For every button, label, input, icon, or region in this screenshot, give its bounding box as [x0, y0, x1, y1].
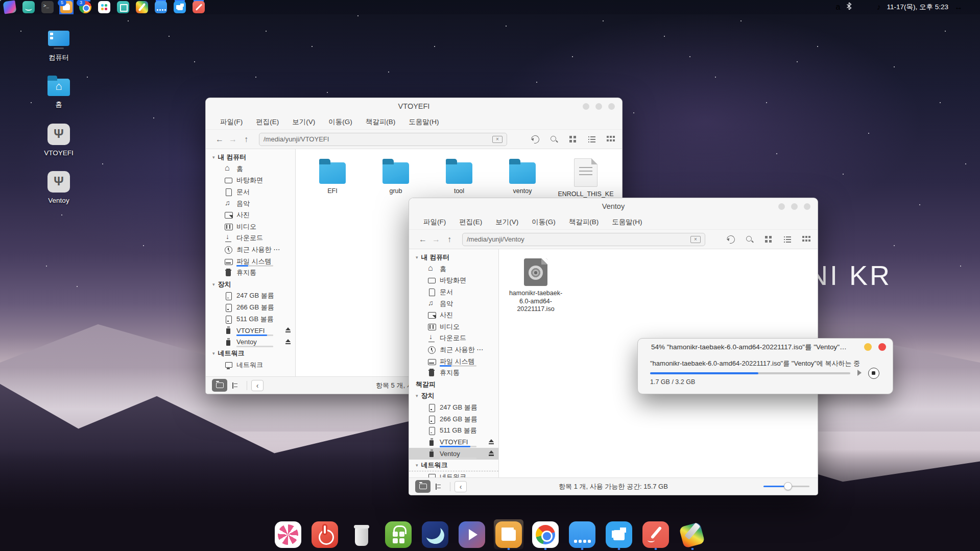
stop-copy-button[interactable] [868, 368, 879, 379]
menu-help[interactable]: 도움말(H) [612, 218, 642, 227]
file-folder-grub[interactable]: grub [364, 158, 427, 196]
sidebar-item-downloads[interactable]: ▾ 다운로드 [206, 232, 295, 244]
taskbar-pen-app[interactable] [192, 0, 206, 14]
taskbar-puzzle-app[interactable] [173, 0, 187, 14]
sidebar-item-volume-247[interactable]: ▾ 247 GB 볼륨 [206, 290, 295, 302]
file-folder-efi[interactable]: EFI [301, 158, 364, 196]
taskbar-crop-tool[interactable] [116, 0, 130, 14]
eject-icon[interactable] [285, 339, 291, 345]
location-bar[interactable]: /media/yunji/VTOYEFI × [259, 133, 507, 146]
taskbar-terminal[interactable] [40, 0, 55, 14]
view-list-icon[interactable] [783, 235, 792, 244]
refresh-icon[interactable] [725, 234, 736, 245]
back-icon[interactable]: ← [416, 235, 429, 244]
treeview-toggle-button[interactable] [227, 379, 243, 392]
menu-help[interactable]: 도움말(H) [409, 117, 439, 127]
sidebar-section-bookmarks[interactable]: ▾ 책갈피 [409, 379, 498, 391]
window-button-icon[interactable] [804, 203, 810, 210]
sidebar-item-vtoyefi[interactable]: ▾ VTOYEFI [409, 437, 498, 448]
sidebar-item-documents[interactable]: ▾ 문서 [206, 186, 295, 198]
dock-media-player[interactable] [457, 519, 487, 549]
sidebar-item-volume-247[interactable]: ▾ 247 GB 볼륨 [409, 402, 498, 414]
up-icon[interactable]: ↑ [443, 235, 456, 244]
sidebar-item-volume-511[interactable]: ▾ 511 GB 볼륨 [409, 425, 498, 437]
zoom-slider-knob[interactable] [784, 482, 792, 490]
minimize-icon[interactable] [864, 343, 872, 351]
sidebar-item-downloads[interactable]: ▾ 다운로드 [409, 332, 498, 344]
tray-music-icon[interactable]: ♪ [876, 3, 880, 12]
dock-pinwheel-app[interactable] [273, 519, 303, 549]
sidebar-item-recent[interactable]: ▾ 최근 사용한 ⋯ [206, 244, 295, 256]
menu-bookmarks[interactable]: 책갈피(B) [569, 218, 599, 227]
dialog-titlebar[interactable]: 54% "hamonikr-taebaek-6.0-amd64-20221117… [638, 339, 893, 355]
window-button-icon[interactable] [595, 103, 602, 110]
sidebar-item-music[interactable]: ▾ 음악 [206, 198, 295, 209]
window-button-icon[interactable] [608, 103, 615, 110]
menu-edit[interactable]: 편집(E) [459, 218, 482, 227]
sidebar-section-my-computer[interactable]: ▾ 내 컴퓨터 [409, 252, 498, 263]
sidebar-item-vtoyefi[interactable]: ▾ VTOYEFI [206, 325, 295, 337]
hide-sidebar-button[interactable]: ‹ [251, 380, 264, 391]
sidebar-section-devices[interactable]: ▾ 장치 [206, 279, 295, 291]
clock[interactable]: 11-17(목), 오후 5:23 [887, 3, 948, 12]
menu-view[interactable]: 보기(V) [495, 218, 518, 227]
dock-power-button[interactable] [310, 519, 340, 549]
collapse-arrow-icon[interactable]: ▾ [416, 393, 418, 398]
sidebar-item-videos[interactable]: ▾ 비디오 [409, 321, 498, 333]
sidebar-item-network[interactable]: ▾ 네트워크 [206, 360, 295, 371]
search-icon[interactable] [746, 235, 754, 244]
view-compact-icon[interactable] [607, 135, 615, 143]
clear-text-icon[interactable]: × [492, 136, 503, 143]
up-icon[interactable]: ↑ [240, 135, 253, 144]
menu-view[interactable]: 보기(V) [292, 117, 315, 127]
sidebar-item-trash[interactable]: ▾ 휴지통 [206, 267, 295, 279]
sidebar-item-home[interactable]: ▾ 홈 [206, 163, 295, 175]
sidebar-item-documents[interactable]: ▾ 문서 [409, 286, 498, 298]
titlebar[interactable]: Ventoy [409, 198, 818, 214]
dock-whale-browser[interactable] [420, 519, 450, 549]
desktop-icon-home[interactable]: 홈 [42, 77, 76, 109]
tray-net-arrows-icon[interactable]: ↔ [954, 3, 963, 12]
titlebar[interactable]: VTOYEFI [206, 98, 622, 114]
eject-icon[interactable] [285, 327, 291, 333]
sidebar-item-filesystem[interactable]: ▾ 파일 시스템 [206, 255, 295, 267]
menu-go[interactable]: 이동(G) [328, 117, 352, 127]
view-grid-icon[interactable] [764, 235, 773, 244]
taskbar-teal-app[interactable] [21, 0, 36, 14]
back-icon[interactable]: ← [213, 135, 226, 144]
menu-edit[interactable]: 편집(E) [256, 117, 279, 127]
window-button-icon[interactable] [791, 203, 798, 210]
sidebar-item-home[interactable]: ▾ 홈 [409, 263, 498, 275]
collapse-arrow-icon[interactable]: ▾ [212, 155, 215, 160]
sidebar-section-network[interactable]: ▾ 네트워크 [409, 460, 498, 471]
sidebar-item-videos[interactable]: ▾ 비디오 [206, 221, 295, 233]
collapse-arrow-icon[interactable]: ▾ [212, 351, 215, 356]
sidebar-item-volume-266[interactable]: ▾ 266 GB 볼륨 [206, 302, 295, 314]
dock-puzzle-app[interactable] [604, 519, 634, 549]
search-icon[interactable] [550, 135, 558, 143]
file-folder-tool[interactable]: tool [427, 158, 491, 196]
expand-details-icon[interactable] [857, 370, 862, 376]
sidebar-item-music[interactable]: ▾ 음악 [409, 298, 498, 309]
forward-icon[interactable]: → [226, 135, 240, 144]
sidebar-item-volume-511[interactable]: ▾ 511 GB 볼륨 [206, 313, 295, 325]
view-list-icon[interactable] [588, 135, 596, 143]
eject-icon[interactable] [488, 450, 494, 456]
taskbar-hamonikr-menu[interactable] [3, 0, 17, 14]
desktop-icon-computer[interactable]: 컴퓨터 [42, 31, 76, 62]
taskbar-screenshot-tool[interactable] [135, 0, 149, 14]
desktop-icon-ventoy[interactable]: Ventoy [42, 171, 76, 204]
window-button-icon[interactable] [778, 203, 785, 210]
taskbar-slack[interactable] [97, 0, 111, 14]
dock-software-center[interactable] [384, 519, 413, 549]
sidebar-item-network[interactable]: ▾ 네트워크 [409, 471, 498, 477]
refresh-icon[interactable] [530, 134, 541, 145]
sidebar-section-network[interactable]: ▾ 네트워크 [206, 348, 295, 360]
sidebar-item-desktop[interactable]: ▾ 바탕화면 [206, 175, 295, 186]
view-compact-icon[interactable] [802, 235, 810, 244]
sidebar-item-pictures[interactable]: ▾ 사진 [409, 309, 498, 321]
file-folder-ventoy[interactable]: ventoy [491, 158, 554, 196]
close-icon[interactable] [878, 343, 886, 351]
tray-a-badge-icon[interactable]: a [836, 3, 841, 12]
sidebar-item-ventoy[interactable]: ▾ Ventoy [409, 448, 498, 460]
